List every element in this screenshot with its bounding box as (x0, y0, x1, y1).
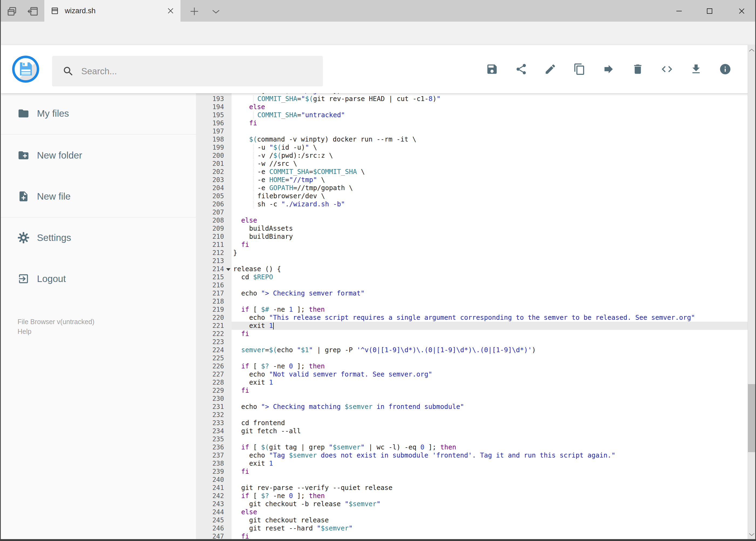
edit-button[interactable] (544, 63, 557, 75)
window-border-left (0, 0, 1, 541)
tab-wizard-sh[interactable]: wizard.sh (44, 0, 181, 22)
window-border-bottom (0, 539, 756, 541)
scroll-down-icon[interactable] (748, 530, 755, 539)
line-number: 204 (196, 184, 232, 192)
share-button[interactable] (515, 63, 527, 75)
line-number: 197 (196, 127, 232, 135)
new-tab-icon[interactable] (189, 6, 200, 17)
line-number: 208 (196, 216, 232, 225)
scroll-up-icon[interactable] (748, 46, 755, 54)
delete-button[interactable] (631, 63, 644, 75)
code-line: 211 fi (196, 241, 748, 249)
download-button[interactable] (690, 63, 702, 75)
search-input[interactable]: Search... (52, 56, 323, 86)
line-number: 216 (196, 281, 232, 289)
new-file-icon (18, 191, 29, 202)
code-line: 210 buildBinary (196, 233, 748, 241)
code-line: 231 echo "> Checking matching $semver in… (196, 403, 748, 411)
code-line-text (232, 395, 748, 403)
line-number: 221 (196, 322, 232, 330)
code-line-text: fi (232, 467, 748, 476)
line-number: 202 (196, 168, 232, 176)
code-line-text: git reset --hard "$semver" (232, 524, 748, 532)
help-link[interactable]: Help (18, 327, 31, 335)
tab-preview-icon[interactable] (6, 5, 18, 17)
code-line: 228 exit 1 (196, 378, 748, 386)
code-line-text: fi (232, 330, 748, 338)
line-number: 233 (196, 419, 232, 427)
line-number: 218 (196, 297, 232, 305)
line-number: 223 (196, 338, 232, 346)
sidebar-item-label: New file (37, 191, 71, 202)
code-line-text (232, 297, 748, 305)
code-editor[interactable]: 192 if [ -d "$REPO/.git" ]; then193 COMM… (196, 93, 748, 539)
copy-button[interactable] (573, 63, 586, 75)
code-line: 242 if [ $? -ne 0 ]; then (196, 492, 748, 500)
code-line-text: exit 1 (232, 459, 748, 467)
sidebar-item-label: Settings (37, 232, 71, 243)
scrollbar-thumb[interactable] (748, 384, 755, 452)
code-line: 223 (196, 338, 748, 346)
code-line: 197 (196, 127, 748, 135)
sidebar-item-new-folder[interactable]: New folder (1, 141, 196, 170)
sidebar-item-label: My files (37, 108, 69, 119)
code-line: 221 exit 1 (196, 322, 748, 330)
close-button[interactable] (730, 5, 754, 17)
line-number: 203 (196, 176, 232, 184)
floppy-disk-icon (20, 62, 32, 75)
line-number: 210 (196, 233, 232, 241)
fold-arrow-icon[interactable] (226, 268, 230, 271)
code-line-text: git fetch --all (232, 427, 748, 435)
editor-toolbar (486, 45, 731, 93)
sidebar-item-my-files[interactable]: My files (1, 99, 196, 128)
code-line: 212} (196, 249, 748, 257)
line-number: 239 (196, 467, 232, 476)
line-number: 247 (196, 532, 232, 539)
code-line-text: echo "Not valid semver format. See semve… (232, 370, 748, 378)
code-view-button[interactable] (661, 63, 673, 75)
code-line-text: echo "> Checking matching $semver in fro… (232, 403, 748, 411)
sidebar-item-logout[interactable]: Logout (1, 264, 196, 293)
info-button[interactable] (719, 63, 731, 75)
code-line: 233 cd frontend (196, 419, 748, 427)
text-cursor (273, 322, 274, 329)
code-line: 218 (196, 297, 748, 305)
sidebar-item-new-file[interactable]: New file (1, 182, 196, 211)
tab-list-chevron-icon[interactable] (210, 7, 221, 16)
code-line-text: if [ $? -ne 0 ]; then (232, 492, 748, 500)
code-line-text: exit 1 (232, 378, 748, 386)
line-number: 243 (196, 500, 232, 508)
set-tabs-aside-icon[interactable] (27, 5, 39, 17)
code-line-text (232, 338, 748, 346)
save-button[interactable] (486, 63, 498, 75)
code-line-text (232, 208, 748, 216)
line-number: 226 (196, 362, 232, 370)
code-line-text: -v /$(pwd):/src:z \ (232, 152, 748, 160)
line-number: 242 (196, 492, 232, 500)
line-number: 195 (196, 111, 232, 119)
page-scrollbar[interactable] (748, 45, 755, 539)
code-line: 237 echo "Tag $semver does not exist in … (196, 451, 748, 459)
maximize-button[interactable] (697, 5, 722, 17)
line-number: 219 (196, 305, 232, 313)
code-line-text: filebrowser/dev \ (232, 192, 748, 200)
sidebar: My files New folder New file (1, 93, 196, 539)
move-button[interactable] (603, 63, 615, 75)
line-number: 235 (196, 435, 232, 443)
code-line-text: -e COMMIT_SHA=$COMMIT_SHA \ (232, 168, 748, 176)
address-bar: filebrowser.web/files/wizard.sh (0, 22, 756, 45)
code-line: 225 (196, 354, 748, 362)
code-line-text: COMMIT_SHA="$(git rev-parse HEAD | cut -… (232, 95, 748, 103)
line-number: 198 (196, 135, 232, 144)
sidebar-item-settings[interactable]: Settings (1, 223, 196, 253)
line-number: 224 (196, 346, 232, 354)
filebrowser-logo[interactable] (12, 56, 39, 83)
code-line: 236 if [ $(git tag | grep "$semver" | wc… (196, 443, 748, 451)
line-number: 237 (196, 451, 232, 459)
line-number: 228 (196, 378, 232, 386)
code-line: 202 -e COMMIT_SHA=$COMMIT_SHA \ (196, 168, 748, 176)
code-line-text: release () { (232, 265, 748, 273)
code-line: 217 echo "> Checking semver format" (196, 289, 748, 297)
tab-close-icon[interactable] (166, 7, 175, 15)
minimize-button[interactable] (667, 5, 691, 17)
